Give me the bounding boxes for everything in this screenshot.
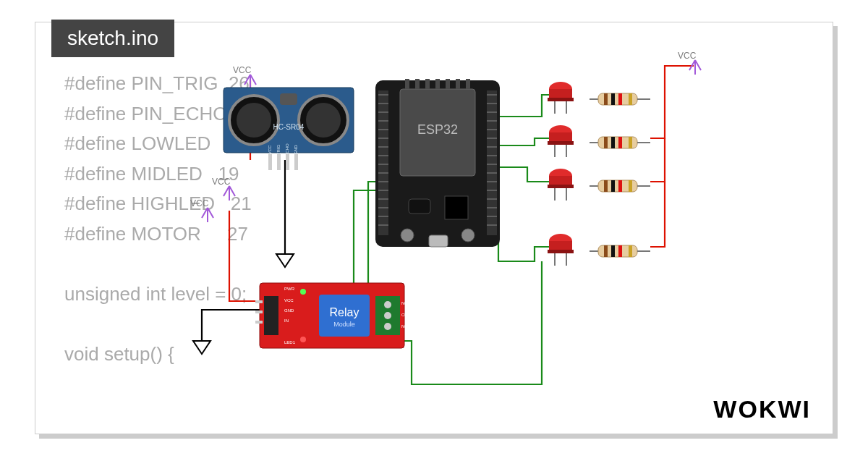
code-line: #define PIN_TRIG 26 [64,72,250,94]
svg-rect-114 [255,321,263,324]
brand-logo: WOKWI [713,395,811,423]
brand-label: WOKWI [713,395,811,423]
svg-rect-76 [548,141,574,145]
svg-rect-94 [611,180,615,192]
svg-text:LED1: LED1 [284,340,296,345]
svg-text:NC: NC [401,324,408,329]
svg-rect-16 [487,90,497,235]
code-line: #define HIGHLED 21 [64,193,252,214]
svg-rect-108 [629,245,632,257]
svg-rect-57 [445,196,468,219]
svg-point-117 [384,301,391,308]
ultrasonic-label: HC-SR04 [273,123,305,131]
component-resistor[interactable] [590,245,650,257]
svg-point-128 [300,289,306,295]
vcc-label: VCC [678,51,697,61]
svg-point-62 [549,82,572,96]
svg-rect-14 [375,80,500,247]
svg-rect-72 [629,93,632,105]
file-tab-label: sketch.ino [67,27,158,49]
svg-text:IN: IN [284,318,289,323]
vcc-marker: VCC [678,51,701,75]
svg-rect-5 [280,93,297,105]
project-card: sketch.ino #define PIN_TRIG 26 #define P… [35,22,833,434]
svg-point-74 [549,125,572,140]
svg-rect-110 [260,283,404,348]
svg-text:COM: COM [401,313,412,317]
svg-rect-104 [598,245,637,257]
svg-text:PWR: PWR [284,287,295,291]
svg-rect-116 [375,296,400,335]
file-tab[interactable]: sketch.ino [51,20,174,57]
svg-rect-88 [548,185,574,188]
svg-rect-113 [255,311,263,313]
svg-text:VCC: VCC [268,145,272,154]
code-line: #define MOTOR 27 [64,223,248,245]
svg-rect-96 [629,180,632,192]
svg-rect-115 [319,295,370,337]
component-resistor[interactable] [590,180,650,192]
svg-point-4 [306,103,341,138]
svg-rect-71 [618,93,622,105]
svg-text:TRIG: TRIG [276,145,281,156]
svg-rect-12 [286,154,289,170]
svg-rect-105 [604,245,608,257]
svg-rect-100 [548,250,574,253]
component-esp32[interactable]: ESP32 [375,79,500,247]
component-led[interactable] [548,125,574,157]
svg-rect-10 [268,154,272,170]
svg-rect-95 [618,180,622,192]
svg-point-3 [299,96,348,145]
relay-sublabel: Module [333,321,355,328]
wires [202,66,694,384]
svg-rect-58 [409,199,430,214]
svg-rect-99 [549,241,572,251]
svg-rect-11 [277,154,281,170]
svg-point-98 [549,234,572,248]
svg-point-129 [300,337,306,342]
svg-text:GND: GND [284,308,294,313]
svg-point-59 [401,229,414,242]
code-line: void setup() { [64,343,174,365]
svg-rect-81 [604,137,608,148]
svg-rect-112 [255,300,263,303]
svg-rect-93 [604,180,608,192]
svg-text:VCC: VCC [284,298,294,303]
svg-point-86 [549,169,572,183]
svg-rect-82 [611,137,615,148]
svg-rect-13 [294,154,298,170]
component-led[interactable] [548,234,574,266]
svg-point-60 [461,229,475,242]
svg-rect-84 [629,137,632,148]
svg-rect-92 [598,180,637,192]
esp32-label: ESP32 [417,122,458,137]
svg-rect-87 [549,176,572,186]
vcc-markers: VCC VCC VCC VCC [190,51,701,222]
svg-rect-83 [618,137,622,148]
component-led[interactable] [548,82,574,114]
relay-label: Relay [330,306,359,318]
led-array [548,82,650,266]
svg-rect-107 [618,245,622,257]
svg-rect-70 [611,93,615,105]
svg-point-118 [384,312,391,319]
code-line: #define MIDLED 19 [64,163,239,185]
code-line: #define PIN_ECHO [64,103,227,124]
svg-rect-15 [378,90,388,235]
svg-rect-106 [611,245,615,257]
component-led[interactable] [548,169,574,200]
svg-rect-64 [548,98,574,101]
component-relay[interactable]: Relay Module VCC GND IN PWR LED1 NO COM … [255,283,412,348]
svg-rect-49 [400,89,475,176]
svg-rect-68 [598,93,637,105]
svg-text:NO: NO [401,301,408,305]
component-resistor[interactable] [590,137,650,148]
svg-rect-80 [598,137,637,148]
svg-rect-75 [549,132,572,143]
component-resistor[interactable] [590,93,650,105]
svg-text:GND: GND [294,145,298,155]
code-line: #define LOWLED [64,132,210,154]
code-preview: #define PIN_TRIG 26 #define PIN_ECHO #de… [64,69,252,370]
svg-text:ECHO: ECHO [285,143,289,156]
gnd-marker [276,254,294,267]
